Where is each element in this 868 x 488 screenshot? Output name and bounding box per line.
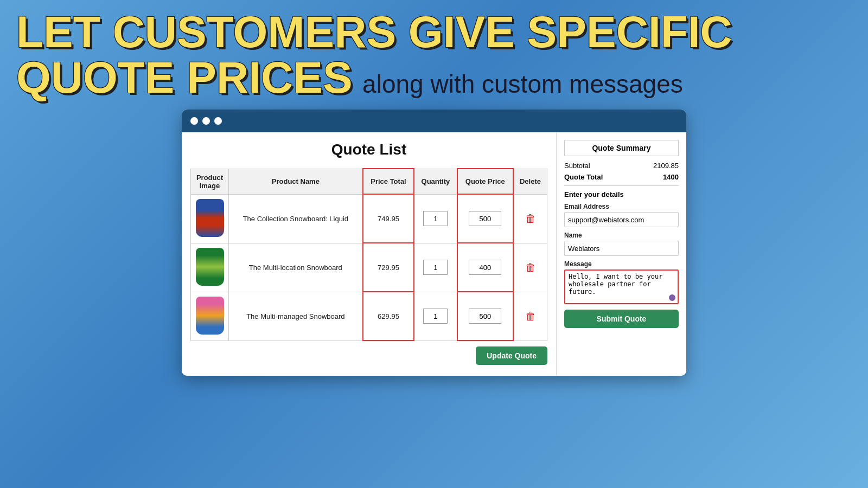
quantity-cell — [414, 292, 457, 341]
headline-yellow-line1: LET CUSTOMERS GIVE SPECIFIC — [16, 7, 732, 56]
th-price-total: Price Total — [363, 169, 414, 194]
headline-sub-text: along with custom messages — [362, 70, 683, 98]
snowboard-image-1 — [196, 248, 224, 286]
quote-price-input-1[interactable] — [469, 260, 501, 275]
quote-total-row: Quote Total 1400 — [564, 173, 679, 181]
update-quote-row: Update Quote — [190, 346, 547, 365]
submit-quote-button[interactable]: Submit Quote — [564, 310, 679, 328]
email-input[interactable] — [564, 212, 679, 227]
summary-title: Quote Summary — [564, 140, 679, 156]
quote-table: Product Image Product Name Price Total Q… — [190, 168, 547, 341]
message-textarea[interactable] — [565, 271, 678, 303]
product-name-cell: The Multi-location Snowboard — [229, 243, 363, 292]
message-icon — [669, 294, 675, 301]
th-product-image: Product Image — [191, 169, 229, 194]
snowboard-image-0 — [196, 199, 224, 237]
quote-price-input-2[interactable] — [469, 309, 501, 324]
snowboard-image-2 — [196, 297, 224, 335]
browser-titlebar — [182, 110, 686, 132]
quantity-input-2[interactable] — [423, 309, 448, 324]
table-row: The Multi-location Snowboard 729.95 🗑 — [191, 243, 547, 292]
th-quantity: Quantity — [414, 169, 457, 194]
browser-window: Quote List Product Image Product Name Pr… — [182, 110, 686, 376]
quote-price-input-0[interactable] — [469, 211, 501, 226]
table-row: The Collection Snowboard: Liquid 749.95 … — [191, 194, 547, 243]
page-title: Quote List — [190, 141, 547, 158]
quote-total-label: Quote Total — [564, 173, 603, 181]
quote-price-cell — [457, 243, 513, 292]
product-image-cell — [191, 194, 229, 243]
quote-price-cell — [457, 194, 513, 243]
quote-price-cell — [457, 292, 513, 341]
browser-body: Quote List Product Image Product Name Pr… — [182, 132, 686, 376]
price-total-cell: 749.95 — [363, 194, 414, 243]
message-label: Message — [564, 260, 679, 268]
browser-dot-3 — [214, 117, 222, 125]
main-content: Quote List Product Image Product Name Pr… — [182, 132, 556, 376]
product-name-cell: The Multi-managed Snowboard — [229, 292, 363, 341]
name-input[interactable] — [564, 241, 679, 256]
quantity-cell — [414, 194, 457, 243]
headline-section: LET CUSTOMERS GIVE SPECIFIC QUOTE PRICES… — [0, 0, 868, 104]
quantity-input-0[interactable] — [423, 211, 448, 226]
product-image-cell — [191, 292, 229, 341]
price-total-cell: 629.95 — [363, 292, 414, 341]
delete-cell: 🗑 — [513, 243, 547, 292]
subtotal-row: Subtotal 2109.85 — [564, 162, 679, 170]
th-delete: Delete — [513, 169, 547, 194]
table-row: The Multi-managed Snowboard 629.95 🗑 — [191, 292, 547, 341]
delete-cell: 🗑 — [513, 292, 547, 341]
update-quote-button[interactable]: Update Quote — [476, 346, 547, 365]
name-label: Name — [564, 232, 679, 239]
headline-yellow-line2: QUOTE PRICES — [16, 53, 353, 102]
sidebar: Quote Summary Subtotal 2109.85 Quote Tot… — [556, 132, 686, 376]
delete-cell: 🗑 — [513, 194, 547, 243]
details-title: Enter your details — [564, 190, 679, 198]
quote-total-value: 1400 — [663, 173, 679, 181]
email-label: Email Address — [564, 203, 679, 210]
message-wrapper — [564, 269, 679, 304]
quantity-cell — [414, 243, 457, 292]
divider — [564, 185, 679, 186]
quantity-input-1[interactable] — [423, 260, 448, 275]
delete-icon-2[interactable]: 🗑 — [525, 310, 536, 322]
delete-icon-0[interactable]: 🗑 — [525, 213, 536, 224]
subtotal-value: 2109.85 — [653, 162, 679, 170]
price-total-cell: 729.95 — [363, 243, 414, 292]
browser-dot-1 — [190, 117, 198, 125]
th-quote-price: Quote Price — [457, 169, 513, 194]
th-product-name: Product Name — [229, 169, 363, 194]
delete-icon-1[interactable]: 🗑 — [525, 261, 536, 273]
product-name-cell: The Collection Snowboard: Liquid — [229, 194, 363, 243]
browser-dot-2 — [202, 117, 210, 125]
subtotal-label: Subtotal — [564, 162, 590, 170]
product-image-cell — [191, 243, 229, 292]
